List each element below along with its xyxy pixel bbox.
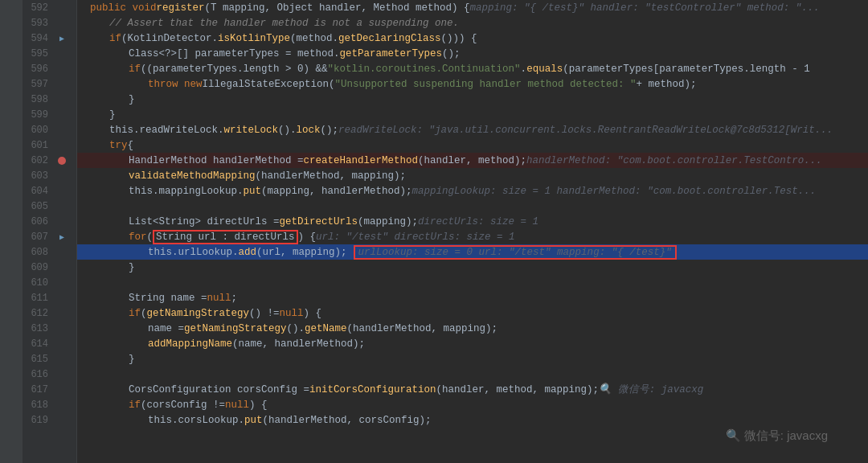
code-token: throw new bbox=[148, 79, 203, 90]
gutter-row: 593 bbox=[23, 15, 76, 31]
gutter-row: 610 bbox=[23, 275, 76, 290]
line-number: 613 bbox=[23, 323, 55, 334]
code-token: this.mappingLookup. bbox=[129, 186, 244, 197]
sidebar-label bbox=[0, 0, 23, 463]
gutter-row: 596 bbox=[23, 61, 76, 76]
code-line: try { bbox=[77, 137, 868, 153]
code-token: IllegalStateException( bbox=[203, 79, 335, 90]
code-line bbox=[77, 275, 868, 290]
line-number: 600 bbox=[23, 125, 55, 136]
code-token: "Unsupported suspending handler method d… bbox=[335, 79, 637, 90]
debug-hint: url: "/test" directUrls: size = 1 bbox=[316, 232, 515, 243]
code-token: getNamingStrategy bbox=[184, 323, 287, 334]
code-token: } bbox=[129, 94, 135, 105]
line-number: 604 bbox=[23, 186, 55, 197]
code-token: (handler, method, mapping); bbox=[436, 384, 600, 395]
line-number: 612 bbox=[23, 308, 55, 319]
code-token: (url, mapping); bbox=[256, 247, 347, 258]
line-number: 605 bbox=[23, 201, 55, 212]
code-line: this.readWriteLock.writeLock().lock(); r… bbox=[77, 122, 868, 137]
gutter-row: 601 bbox=[23, 137, 76, 153]
code-token: + method); bbox=[637, 79, 697, 90]
code-token: (KotlinDetector. bbox=[121, 33, 218, 44]
code-line: this.urlLookup.add(url, mapping); urlLoo… bbox=[77, 244, 868, 260]
code-token: (). bbox=[278, 125, 297, 136]
code-line: // Assert that the handler method is not… bbox=[77, 15, 868, 31]
line-number: 603 bbox=[23, 170, 55, 182]
gutter-row: 604 bbox=[23, 183, 76, 199]
code-token: ((parameterTypes.length > 0) && bbox=[141, 64, 328, 75]
code-token: (); bbox=[442, 48, 461, 59]
line-number: 601 bbox=[23, 140, 55, 151]
code-token: String name = bbox=[129, 293, 207, 304]
code-token: ) { bbox=[298, 232, 317, 243]
code-token: writeLock bbox=[224, 125, 279, 136]
code-token: (mapping); bbox=[358, 216, 418, 227]
code-line: Class<?>[] parameterTypes = method.getPa… bbox=[77, 46, 868, 61]
code-token: (handler, method); bbox=[418, 155, 526, 166]
code-token: ( bbox=[141, 308, 147, 319]
line-number: 608 bbox=[23, 247, 55, 258]
gutter-row: 594▶ bbox=[23, 31, 76, 46]
code-token: getName bbox=[305, 323, 347, 334]
code-token: getDirectUrls bbox=[280, 216, 358, 227]
code-line: CorsConfiguration corsConfig = initCorsC… bbox=[77, 382, 868, 397]
code-line: public void register(T mapping, Object h… bbox=[77, 0, 868, 15]
code-token: } bbox=[109, 109, 116, 121]
code-token: this.corsLookup. bbox=[148, 415, 244, 426]
gutter-row: 600 bbox=[23, 122, 76, 137]
gutter-row: 602 bbox=[23, 153, 76, 168]
code-line: String name = null; bbox=[77, 290, 868, 305]
line-number: 616 bbox=[23, 369, 55, 380]
gutter-row: 609 bbox=[23, 260, 76, 275]
line-number: 595 bbox=[23, 48, 55, 59]
line-number: 594 bbox=[23, 33, 55, 44]
line-number: 614 bbox=[23, 338, 55, 350]
code-token: ) { bbox=[249, 399, 268, 411]
code-line bbox=[77, 367, 868, 382]
code-token: (corsConfig != bbox=[141, 399, 225, 411]
code-content[interactable]: public void register(T mapping, Object h… bbox=[77, 0, 868, 463]
code-line: } bbox=[77, 107, 868, 122]
gutter-row: 611 bbox=[23, 290, 76, 305]
code-token: (name, handlerMethod); bbox=[232, 338, 365, 350]
gutter-row: 612 bbox=[23, 305, 76, 321]
gutter-row: 616 bbox=[23, 367, 76, 382]
code-token: register bbox=[157, 2, 205, 14]
code-token: . bbox=[521, 64, 527, 75]
line-number: 615 bbox=[23, 354, 55, 365]
code-token: put bbox=[244, 186, 262, 197]
code-line bbox=[77, 199, 868, 214]
arrow-icon: ▶ bbox=[55, 232, 69, 242]
code-line: if ((parameterTypes.length > 0) && "kotl… bbox=[77, 61, 868, 76]
code-line: } bbox=[77, 92, 868, 107]
code-token: (). bbox=[287, 323, 305, 334]
code-token: mappingLookup: size = 1 handlerMethod: "… bbox=[412, 186, 817, 197]
breakpoint-icon[interactable] bbox=[58, 157, 66, 165]
code-line: addMappingName(name, handlerMethod); bbox=[77, 336, 868, 351]
line-number: 596 bbox=[23, 64, 55, 75]
code-token: try bbox=[109, 140, 128, 151]
code-token: equals bbox=[526, 64, 563, 75]
code-line: validateMethodMapping(handlerMethod, map… bbox=[77, 168, 868, 183]
code-token: name = bbox=[148, 323, 184, 334]
code-token: Class<?>[] parameterTypes = method. bbox=[129, 48, 340, 59]
code-token: (handlerMethod, corsConfig); bbox=[263, 415, 432, 426]
code-token: put bbox=[244, 415, 263, 426]
code-token: () != bbox=[249, 308, 280, 319]
line-number: 599 bbox=[23, 109, 55, 121]
editor: 592593594▶595596597598599600601602603604… bbox=[0, 0, 868, 463]
code-token: getDeclaringClass bbox=[338, 33, 441, 44]
code-token: { bbox=[128, 140, 134, 151]
code-token: validateMethodMapping bbox=[129, 170, 256, 182]
code-token: (handlerMethod, mapping); bbox=[256, 170, 407, 182]
code-line: List<String> directUrls = getDirectUrls(… bbox=[77, 214, 868, 229]
line-number: 609 bbox=[23, 262, 55, 273]
line-number: 598 bbox=[23, 94, 55, 105]
gutter-row: 597 bbox=[23, 76, 76, 92]
code-token: ) { bbox=[304, 308, 322, 319]
code-token: add bbox=[239, 247, 257, 258]
code-line: this.mappingLookup.put(mapping, handlerM… bbox=[77, 183, 868, 199]
gutter-row: 607▶ bbox=[23, 229, 76, 244]
code-token: if bbox=[109, 33, 121, 44]
